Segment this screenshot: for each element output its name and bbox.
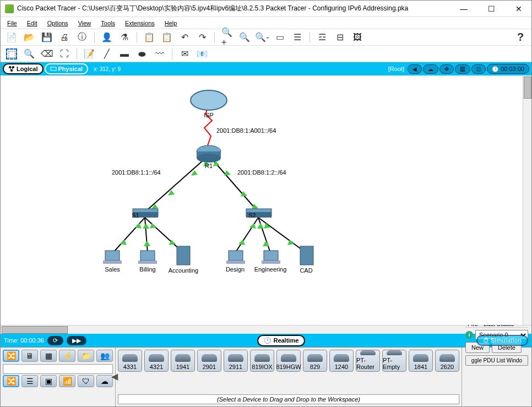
paste-icon[interactable]: 📋 [161, 32, 172, 43]
link-s1-sales[interactable] [113, 218, 145, 253]
link-r1-s1[interactable] [145, 155, 209, 212]
topology-workspace[interactable]: ISP 2001:DB8:1:A001::/64 R1 2001:DB8:1:1… [1, 75, 531, 325]
device-r1[interactable] [197, 145, 221, 162]
maximize-button[interactable]: ☐ [483, 3, 500, 14]
link-s1-billing[interactable] [145, 218, 148, 253]
close-button[interactable]: ✕ [511, 3, 527, 14]
menu-file[interactable]: File [7, 20, 17, 26]
link-s2-cad[interactable] [258, 218, 306, 253]
menu-extensions[interactable]: Extensions [125, 20, 155, 26]
device-model-2901[interactable]: 2901 [197, 350, 221, 372]
tab-logical[interactable]: Logical [3, 63, 44, 74]
device-model-PT-Empty[interactable]: PT-Empty [382, 350, 406, 372]
move-button[interactable]: ✥ [439, 64, 454, 74]
zoom-out-icon[interactable]: 🔍- [257, 32, 268, 43]
link-s2-engineering[interactable] [258, 218, 270, 253]
beaker-icon[interactable]: ⚗ [119, 32, 130, 43]
device-model-829[interactable]: 829 [303, 350, 327, 372]
device-model-PT-Router[interactable]: PT-Router [356, 350, 380, 372]
background-button[interactable]: 🖼 [455, 64, 470, 74]
custom-device-icon[interactable]: ⊟ [334, 32, 345, 43]
help-icon[interactable]: ? [515, 32, 526, 43]
image-icon[interactable]: 🖼 [352, 32, 363, 43]
device-model-819IOX[interactable]: 819IOX [250, 350, 274, 372]
device-billing[interactable] [138, 251, 157, 264]
redo-icon[interactable]: ↷ [197, 32, 208, 43]
info-icon[interactable]: ⓘ [77, 32, 88, 43]
subcategory-wireless[interactable]: 📶 [59, 375, 75, 387]
complex-pdu-icon[interactable]: 📧 [197, 48, 208, 59]
activity-wizard-icon[interactable]: 👤 [101, 32, 112, 43]
scenario-info-icon[interactable]: i [465, 331, 473, 339]
device-model-1941[interactable]: 1941 [171, 350, 195, 372]
note-tool-icon[interactable]: 📝 [84, 48, 95, 59]
device-model-1841[interactable]: 1841 [409, 350, 433, 372]
device-model-1240[interactable]: 1240 [329, 350, 354, 372]
new-file-icon[interactable]: 📄 [6, 32, 17, 43]
tab-physical[interactable]: Physical [45, 63, 89, 74]
cluster-button[interactable]: ☁ [423, 64, 438, 74]
zoom-reset-icon[interactable]: 🔍 [239, 32, 250, 43]
toggle-pdu-list-button[interactable]: ggle PDU List Windo [465, 355, 528, 366]
rect-tool-icon[interactable]: ▬ [119, 48, 130, 59]
scroll-left-icon[interactable]: ◀ [111, 371, 118, 382]
device-cad[interactable] [300, 246, 313, 265]
tab-realtime[interactable]: 🕐 Realtime [257, 335, 305, 346]
category-network[interactable]: 🔀 [3, 350, 19, 362]
device-design[interactable] [226, 251, 245, 264]
subcategory-hubs[interactable]: ▣ [40, 375, 57, 387]
undo-icon[interactable]: ↶ [179, 32, 190, 43]
device-model-2620[interactable]: 2620 [435, 350, 459, 372]
ellipse-tool-icon[interactable]: ⬬ [137, 48, 148, 59]
resize-tool-icon[interactable]: ⛶ [59, 48, 70, 59]
menu-edit[interactable]: Edit [27, 20, 37, 26]
zoom-in-icon[interactable]: 🔍+ [221, 32, 232, 43]
menu-view[interactable]: View [78, 20, 91, 26]
delete-tool-icon[interactable]: ⌫ [41, 48, 52, 59]
simple-pdu-icon[interactable]: ✉ [179, 48, 190, 59]
drawing-rect-icon[interactable]: ▭ [274, 32, 285, 43]
subcategory-security[interactable]: 🛡 [78, 375, 94, 387]
device-model-2911[interactable]: 2911 [224, 350, 248, 372]
category-connections[interactable]: ⚡ [59, 350, 75, 362]
subcategory-switches[interactable]: ☰ [21, 375, 38, 387]
line-tool-icon[interactable]: ╱ [101, 48, 112, 59]
category-name-field[interactable] [3, 364, 113, 374]
root-label[interactable]: [Root] [388, 66, 404, 72]
freeform-tool-icon[interactable]: 〰 [154, 48, 165, 59]
category-end[interactable]: 🖥 [21, 350, 38, 362]
device-dialog-icon[interactable]: ☲ [317, 32, 328, 43]
subcategory-routers[interactable]: 🔀 [3, 375, 19, 387]
menu-help[interactable]: Help [165, 20, 177, 26]
device-model-4331[interactable]: 4331 [118, 350, 142, 372]
category-components[interactable]: ▦ [40, 350, 57, 362]
device-isp[interactable] [191, 90, 227, 110]
category-multiuser[interactable]: 👥 [96, 350, 113, 362]
subcategory-wan[interactable]: ☁ [96, 375, 113, 387]
open-file-icon[interactable]: 📂 [24, 32, 35, 43]
viewport-button[interactable]: ⊡ [471, 64, 486, 74]
tab-simulation[interactable]: ⏱ Simulation [476, 335, 528, 346]
label-accounting: Accounting [169, 267, 198, 274]
category-misc1[interactable]: 📁 [78, 350, 94, 362]
device-sales[interactable] [103, 251, 122, 264]
power-cycle-button[interactable]: ⟳ [47, 336, 63, 345]
select-tool-icon[interactable]: ⬚ [6, 48, 17, 59]
fast-forward-button[interactable]: ▶▶ [67, 336, 86, 345]
save-icon[interactable]: 💾 [41, 32, 52, 43]
menu-options[interactable]: Options [47, 20, 68, 26]
device-model-4321[interactable]: 4321 [144, 350, 169, 372]
device-model-819HGW[interactable]: 819HGW [276, 350, 301, 372]
drawing-palette-icon[interactable]: ☰ [292, 32, 303, 43]
horizontal-scrollbar[interactable] [1, 325, 531, 334]
minimize-button[interactable]: — [455, 3, 472, 14]
link-s2-design[interactable] [235, 218, 258, 253]
device-accounting[interactable] [177, 246, 190, 265]
print-icon[interactable]: 🖨 [59, 32, 70, 43]
vertical-scrollbar[interactable] [523, 75, 531, 325]
inspect-tool-icon[interactable]: 🔍 [24, 48, 35, 59]
device-engineering[interactable] [262, 251, 280, 264]
menu-tools[interactable]: Tools [101, 20, 115, 26]
copy-icon[interactable]: 📋 [144, 32, 155, 43]
back-button[interactable]: ◀ [408, 64, 422, 74]
